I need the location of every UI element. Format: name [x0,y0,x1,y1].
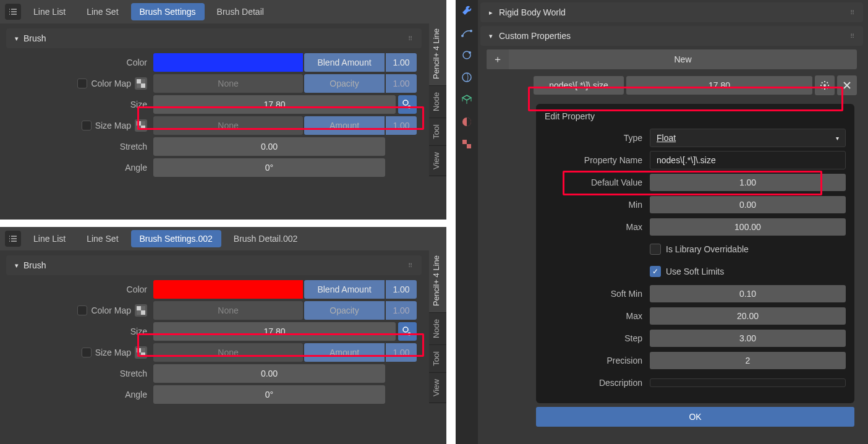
material-icon[interactable] [460,115,474,129]
vtab-tool[interactable]: Tool [429,345,446,373]
min-value[interactable]: 0.00 [650,196,846,213]
tab-line-list[interactable]: Line List [25,230,74,247]
property-name-input[interactable]: nodes\[.*\]\.size [650,151,846,169]
wrench-icon[interactable] [460,4,474,17]
vtab-node[interactable]: Node [429,86,446,118]
svg-rect-15 [137,126,141,130]
list-icon[interactable] [5,231,21,247]
row-softmax: Max 20.00 [545,307,846,325]
blend-amount-label[interactable]: Blend Amount [304,280,385,299]
angle-value[interactable]: 0° [153,158,385,177]
checker-icon[interactable] [135,304,147,317]
tab-brush-detail-002[interactable]: Brush Detail.002 [225,230,307,247]
curve-icon[interactable] [460,26,474,40]
color-map-value[interactable]: None [153,301,303,320]
size-map-checkbox[interactable] [82,121,91,130]
volume-icon[interactable] [460,70,474,84]
size-map-checkbox[interactable] [82,348,91,357]
amount-value[interactable]: 1.00 [386,116,417,135]
svg-rect-9 [137,83,141,88]
blend-amount-value[interactable]: 1.00 [386,53,417,72]
drag-dots-icon[interactable]: ⠿ [408,35,413,42]
vtab-node[interactable]: Node [429,313,446,345]
soft-limits-checkbox[interactable]: ✓ [650,266,661,277]
color-map-checkbox[interactable] [77,79,87,88]
reduction-icon[interactable] [398,322,417,341]
list-icon[interactable] [5,4,21,20]
texture-icon[interactable] [460,137,474,151]
checker-icon[interactable] [135,119,147,132]
rigid-body-section[interactable]: ▸ Rigid Body World ⠿ [480,2,863,22]
type-select[interactable]: Float ▾ [650,129,846,147]
drag-dots-icon[interactable]: ⠿ [850,33,854,40]
vtab-view[interactable]: View [429,146,446,176]
size-map-value[interactable]: None [153,343,303,362]
description-input[interactable] [650,378,846,387]
edit-property-panel: Edit Property Type Float ▾ Property Name… [536,104,854,403]
opacity-label[interactable]: Opacity [304,74,385,93]
checker-icon[interactable] [135,346,147,359]
custom-props-section[interactable]: ▾ Custom Properties ⠿ [480,26,863,46]
brush-section-header[interactable]: ▾ Brush ⠿ [6,28,422,48]
brush-title: Brush [23,33,46,43]
opacity-label[interactable]: Opacity [304,301,385,320]
softmax-value[interactable]: 20.00 [650,307,846,325]
new-button[interactable]: ＋ New [487,49,857,69]
stretch-value[interactable]: 0.00 [153,364,385,383]
mesh-icon[interactable] [460,93,474,106]
prop-value[interactable]: 17.80 [626,76,812,95]
step-value[interactable]: 3.00 [650,330,846,347]
precision-label: Precision [545,356,650,365]
color-map-checkbox[interactable] [77,305,87,315]
default-value[interactable]: 1.00 [650,174,846,191]
brush-section-header[interactable]: ▾ Brush ⠿ [6,255,422,275]
svg-point-11 [408,106,411,109]
tab-line-list[interactable]: Line List [25,3,74,20]
size-value[interactable]: 17.80 [153,322,396,341]
tab-brush-detail[interactable]: Brush Detail [208,3,273,20]
tab-line-set[interactable]: Line Set [78,3,127,20]
blend-amount-value[interactable]: 1.00 [386,280,417,299]
max-value[interactable]: 100.00 [650,218,846,236]
svg-rect-31 [137,352,141,357]
color-swatch[interactable] [153,280,303,299]
size-label: Size [130,327,147,336]
brush-panel-bottom: Line List Line Set Brush Settings.002 Br… [0,227,446,444]
opacity-value[interactable]: 1.00 [386,74,417,93]
amount-label[interactable]: Amount [304,116,385,135]
reduction-icon[interactable] [398,95,417,114]
row-size: Size 17.80 [0,321,428,342]
size-map-value[interactable]: None [153,116,303,135]
checker-icon[interactable] [135,77,147,90]
color-map-value[interactable]: None [153,74,303,93]
vtab-pencil-line[interactable]: Pencil+ 4 Line [429,249,446,313]
row-min: Min 0.00 [545,195,846,214]
gear-icon[interactable] [815,75,835,95]
tab-brush-settings-002[interactable]: Brush Settings.002 [131,230,221,247]
softmin-value[interactable]: 0.10 [650,285,846,302]
row-stretch: Stretch 0.00 [0,363,428,384]
tab-line-set[interactable]: Line Set [78,230,127,247]
angle-value[interactable]: 0° [153,385,385,404]
drag-dots-icon[interactable]: ⠿ [408,262,413,269]
stretch-value[interactable]: 0.00 [153,137,385,156]
amount-value[interactable]: 1.00 [386,343,417,362]
tab-brush-settings[interactable]: Brush Settings [131,3,205,20]
sphere-icon[interactable] [460,48,474,62]
ok-button[interactable]: OK [536,407,854,427]
row-color-map: Color Map None Opacity 1.00 [0,300,428,321]
vtab-view[interactable]: View [429,373,446,403]
vtab-tool[interactable]: Tool [429,118,446,146]
color-swatch[interactable] [153,53,303,72]
vtab-pencil-line[interactable]: Pencil+ 4 Line [429,22,446,86]
blend-amount-label[interactable]: Blend Amount [304,53,385,72]
prop-name[interactable]: nodes\[.*\]\.size [534,76,624,95]
lib-override-checkbox[interactable] [650,244,661,255]
color-label: Color [127,284,147,294]
drag-dots-icon[interactable]: ⠿ [850,9,854,16]
amount-label[interactable]: Amount [304,343,385,362]
precision-value[interactable]: 2 [650,352,846,369]
opacity-value[interactable]: 1.00 [386,301,417,320]
close-icon[interactable] [837,75,857,95]
size-value[interactable]: 17.80 [153,95,396,114]
